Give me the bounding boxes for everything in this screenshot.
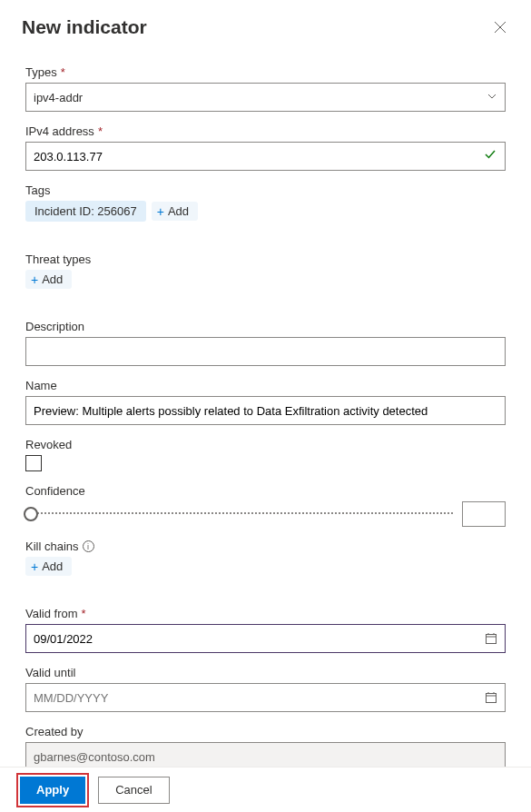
panel-title: New indicator [22, 16, 147, 38]
info-icon[interactable]: i [83, 540, 94, 552]
slider-thumb[interactable] [24, 507, 38, 521]
types-field: Types * ipv4-addr [25, 65, 506, 112]
add-label: Add [42, 559, 63, 573]
ipv4-field: IPv4 address * [25, 124, 506, 171]
kill-chains-label: Kill chains i [25, 540, 506, 553]
ipv4-input-wrapper [25, 142, 506, 171]
threat-types-field: Threat types + Add [25, 253, 506, 289]
svg-rect-0 [487, 635, 497, 644]
ipv4-label: IPv4 address * [25, 124, 506, 138]
tags-add-button[interactable]: + Add [152, 202, 198, 221]
valid-from-input-wrapper [25, 624, 506, 653]
tags-label: Tags [25, 183, 506, 197]
types-select[interactable]: ipv4-addr [25, 83, 506, 112]
tag-text: Incident ID: 256067 [34, 204, 137, 218]
chevron-down-icon [487, 91, 497, 104]
name-input-wrapper [25, 396, 506, 425]
apply-highlight-box: Apply [16, 773, 89, 807]
required-asterisk: * [61, 65, 65, 79]
description-input-wrapper [25, 337, 506, 366]
add-label: Add [42, 272, 63, 286]
tag-pill[interactable]: Incident ID: 256067 [25, 201, 146, 222]
required-asterisk: * [98, 124, 103, 138]
valid-until-field: Valid until [25, 666, 506, 712]
close-icon [494, 21, 506, 34]
description-input[interactable] [34, 338, 497, 365]
types-value: ipv4-addr [34, 91, 83, 104]
panel-header: New indicator [0, 0, 531, 47]
name-input[interactable] [34, 397, 497, 424]
kill-chains-field: Kill chains i + Add [25, 540, 506, 576]
checkmark-icon [483, 147, 497, 165]
slider-track-dots [25, 512, 453, 516]
confidence-field: Confidence [25, 484, 506, 527]
kill-chains-add-button[interactable]: + Add [25, 557, 72, 576]
revoked-checkbox[interactable] [25, 455, 42, 471]
kill-chains-row: + Add [25, 557, 506, 576]
form-scroll-area[interactable]: Types * ipv4-addr IPv4 address * Tags In… [0, 51, 531, 767]
created-by-field: Created by gbarnes@contoso.com [25, 725, 506, 767]
valid-until-input[interactable] [34, 684, 485, 711]
created-by-label: Created by [25, 725, 506, 738]
description-field: Description [25, 320, 506, 366]
cancel-button[interactable]: Cancel [98, 777, 169, 804]
valid-from-input[interactable] [34, 625, 485, 652]
ipv4-input[interactable] [34, 143, 483, 170]
add-label: Add [168, 204, 189, 218]
valid-until-label: Valid until [25, 666, 506, 679]
description-label: Description [25, 320, 506, 333]
tags-row: Incident ID: 256067 + Add [25, 201, 506, 222]
name-label: Name [25, 379, 506, 392]
close-button[interactable] [491, 18, 509, 36]
confidence-slider-row [25, 501, 506, 527]
required-asterisk: * [82, 607, 86, 620]
plus-icon: + [31, 560, 38, 573]
threat-types-row: + Add [25, 270, 506, 289]
valid-from-field: Valid from * [25, 607, 506, 653]
threat-types-add-button[interactable]: + Add [25, 270, 72, 289]
apply-button[interactable]: Apply [20, 777, 85, 804]
created-by-value: gbarnes@contoso.com [25, 742, 506, 767]
valid-from-label: Valid from * [25, 607, 506, 620]
tags-field: Tags Incident ID: 256067 + Add [25, 183, 506, 222]
confidence-value-input[interactable] [462, 501, 506, 527]
plus-icon: + [157, 205, 164, 218]
confidence-slider[interactable] [25, 512, 453, 516]
calendar-icon[interactable] [485, 632, 497, 645]
panel-footer: Apply Cancel [0, 767, 531, 812]
confidence-label: Confidence [25, 484, 506, 498]
svg-rect-4 [487, 694, 497, 703]
threat-types-label: Threat types [25, 253, 506, 266]
valid-until-input-wrapper [25, 683, 506, 712]
plus-icon: + [31, 273, 38, 286]
types-label: Types * [25, 65, 506, 79]
revoked-label: Revoked [25, 438, 506, 451]
name-field: Name [25, 379, 506, 425]
revoked-field: Revoked [25, 438, 506, 471]
calendar-icon[interactable] [485, 691, 497, 704]
